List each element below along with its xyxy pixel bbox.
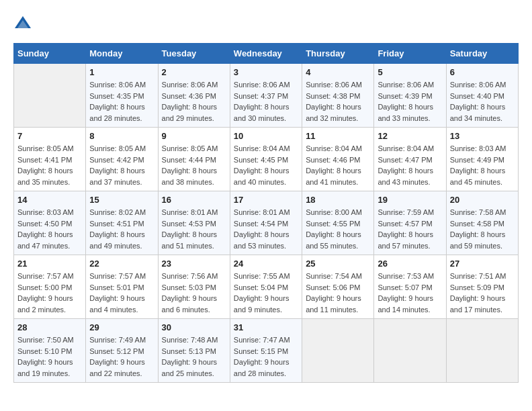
calendar-cell: 17Sunrise: 8:01 AM Sunset: 4:54 PM Dayli… xyxy=(230,191,302,255)
day-number: 29 xyxy=(89,322,154,332)
day-info: Sunrise: 8:06 AM Sunset: 4:39 PM Dayligh… xyxy=(378,79,442,124)
day-number: 30 xyxy=(162,322,226,332)
calendar-cell: 3Sunrise: 8:06 AM Sunset: 4:37 PM Daylig… xyxy=(230,64,302,128)
calendar-table: SundayMondayTuesdayWednesdayThursdayFrid… xyxy=(13,43,519,383)
day-number: 21 xyxy=(17,259,82,269)
calendar-cell: 6Sunrise: 8:06 AM Sunset: 4:40 PM Daylig… xyxy=(446,64,518,128)
day-of-week-header: Monday xyxy=(86,44,158,64)
calendar-cell xyxy=(14,64,86,128)
calendar-cell xyxy=(302,319,374,383)
calendar-cell xyxy=(374,319,446,383)
day-number: 4 xyxy=(306,67,370,77)
calendar-week-row: 21Sunrise: 7:57 AM Sunset: 5:00 PM Dayli… xyxy=(14,255,519,319)
day-number: 7 xyxy=(17,131,82,141)
day-number: 19 xyxy=(378,195,442,205)
day-info: Sunrise: 8:03 AM Sunset: 4:50 PM Dayligh… xyxy=(17,207,82,251)
calendar-cell: 22Sunrise: 7:57 AM Sunset: 5:01 PM Dayli… xyxy=(86,255,158,319)
day-number: 20 xyxy=(450,195,515,205)
day-info: Sunrise: 8:06 AM Sunset: 4:40 PM Dayligh… xyxy=(450,79,515,124)
day-info: Sunrise: 8:06 AM Sunset: 4:36 PM Dayligh… xyxy=(162,79,226,124)
day-info: Sunrise: 8:02 AM Sunset: 4:51 PM Dayligh… xyxy=(89,207,154,251)
day-number: 5 xyxy=(378,67,442,77)
calendar-cell: 7Sunrise: 8:05 AM Sunset: 4:41 PM Daylig… xyxy=(14,128,86,191)
day-info: Sunrise: 8:01 AM Sunset: 4:54 PM Dayligh… xyxy=(234,207,298,251)
day-number: 28 xyxy=(17,322,82,332)
calendar-cell: 31Sunrise: 7:47 AM Sunset: 5:15 PM Dayli… xyxy=(230,319,302,383)
day-of-week-header: Tuesday xyxy=(158,44,230,64)
calendar-cell: 28Sunrise: 7:50 AM Sunset: 5:10 PM Dayli… xyxy=(14,319,86,383)
calendar-cell: 25Sunrise: 7:54 AM Sunset: 5:06 PM Dayli… xyxy=(302,255,374,319)
day-info: Sunrise: 7:48 AM Sunset: 5:13 PM Dayligh… xyxy=(162,334,226,379)
calendar-cell: 19Sunrise: 7:59 AM Sunset: 4:57 PM Dayli… xyxy=(374,191,446,255)
day-info: Sunrise: 7:58 AM Sunset: 4:58 PM Dayligh… xyxy=(450,207,515,251)
calendar-cell: 11Sunrise: 8:04 AM Sunset: 4:46 PM Dayli… xyxy=(302,128,374,191)
day-info: Sunrise: 7:56 AM Sunset: 5:03 PM Dayligh… xyxy=(162,271,226,315)
calendar-cell: 24Sunrise: 7:55 AM Sunset: 5:04 PM Dayli… xyxy=(230,255,302,319)
day-number: 14 xyxy=(17,195,82,205)
logo-icon xyxy=(13,13,32,32)
day-number: 25 xyxy=(306,259,370,269)
calendar-week-row: 1Sunrise: 8:06 AM Sunset: 4:35 PM Daylig… xyxy=(14,64,519,128)
calendar-cell: 29Sunrise: 7:49 AM Sunset: 5:12 PM Dayli… xyxy=(86,319,158,383)
day-info: Sunrise: 7:53 AM Sunset: 5:07 PM Dayligh… xyxy=(378,271,442,315)
day-number: 11 xyxy=(306,131,370,141)
calendar-cell: 9Sunrise: 8:05 AM Sunset: 4:44 PM Daylig… xyxy=(158,128,230,191)
day-of-week-header: Sunday xyxy=(14,44,86,64)
calendar-week-row: 28Sunrise: 7:50 AM Sunset: 5:10 PM Dayli… xyxy=(14,319,519,383)
day-info: Sunrise: 8:05 AM Sunset: 4:41 PM Dayligh… xyxy=(17,143,82,187)
day-of-week-header: Friday xyxy=(374,44,446,64)
day-of-week-header: Saturday xyxy=(446,44,518,64)
calendar-cell: 4Sunrise: 8:06 AM Sunset: 4:38 PM Daylig… xyxy=(302,64,374,128)
day-info: Sunrise: 7:59 AM Sunset: 4:57 PM Dayligh… xyxy=(378,207,442,251)
calendar-cell: 23Sunrise: 7:56 AM Sunset: 5:03 PM Dayli… xyxy=(158,255,230,319)
day-info: Sunrise: 8:03 AM Sunset: 4:49 PM Dayligh… xyxy=(450,143,515,187)
calendar-cell: 13Sunrise: 8:03 AM Sunset: 4:49 PM Dayli… xyxy=(446,128,518,191)
day-number: 18 xyxy=(306,195,370,205)
day-info: Sunrise: 8:04 AM Sunset: 4:45 PM Dayligh… xyxy=(234,143,298,187)
day-info: Sunrise: 8:04 AM Sunset: 4:47 PM Dayligh… xyxy=(378,143,442,187)
day-info: Sunrise: 7:49 AM Sunset: 5:12 PM Dayligh… xyxy=(89,334,154,379)
day-number: 6 xyxy=(450,67,515,77)
page-header xyxy=(13,13,519,32)
day-number: 15 xyxy=(89,195,154,205)
day-info: Sunrise: 8:06 AM Sunset: 4:35 PM Dayligh… xyxy=(89,79,154,124)
day-number: 1 xyxy=(89,67,154,77)
day-info: Sunrise: 7:57 AM Sunset: 5:00 PM Dayligh… xyxy=(17,271,82,315)
calendar-cell: 20Sunrise: 7:58 AM Sunset: 4:58 PM Dayli… xyxy=(446,191,518,255)
calendar-cell: 27Sunrise: 7:51 AM Sunset: 5:09 PM Dayli… xyxy=(446,255,518,319)
day-info: Sunrise: 8:00 AM Sunset: 4:55 PM Dayligh… xyxy=(306,207,370,251)
calendar-week-row: 7Sunrise: 8:05 AM Sunset: 4:41 PM Daylig… xyxy=(14,128,519,191)
day-number: 17 xyxy=(234,195,298,205)
day-number: 8 xyxy=(89,131,154,141)
day-of-week-header: Thursday xyxy=(302,44,374,64)
day-info: Sunrise: 7:57 AM Sunset: 5:01 PM Dayligh… xyxy=(89,271,154,315)
day-number: 10 xyxy=(234,131,298,141)
calendar-cell: 26Sunrise: 7:53 AM Sunset: 5:07 PM Dayli… xyxy=(374,255,446,319)
day-info: Sunrise: 8:01 AM Sunset: 4:53 PM Dayligh… xyxy=(162,207,226,251)
calendar-cell: 16Sunrise: 8:01 AM Sunset: 4:53 PM Dayli… xyxy=(158,191,230,255)
day-number: 13 xyxy=(450,131,515,141)
day-of-week-header: Wednesday xyxy=(230,44,302,64)
calendar-cell: 1Sunrise: 8:06 AM Sunset: 4:35 PM Daylig… xyxy=(86,64,158,128)
day-info: Sunrise: 8:06 AM Sunset: 4:37 PM Dayligh… xyxy=(234,79,298,124)
logo xyxy=(13,13,35,32)
day-info: Sunrise: 8:06 AM Sunset: 4:38 PM Dayligh… xyxy=(306,79,370,124)
day-info: Sunrise: 7:51 AM Sunset: 5:09 PM Dayligh… xyxy=(450,271,515,315)
day-info: Sunrise: 7:50 AM Sunset: 5:10 PM Dayligh… xyxy=(17,334,82,379)
calendar-cell xyxy=(446,319,518,383)
day-number: 3 xyxy=(234,67,298,77)
day-info: Sunrise: 7:47 AM Sunset: 5:15 PM Dayligh… xyxy=(234,334,298,379)
calendar-cell: 15Sunrise: 8:02 AM Sunset: 4:51 PM Dayli… xyxy=(86,191,158,255)
day-number: 23 xyxy=(162,259,226,269)
day-number: 27 xyxy=(450,259,515,269)
calendar-cell: 12Sunrise: 8:04 AM Sunset: 4:47 PM Dayli… xyxy=(374,128,446,191)
day-info: Sunrise: 7:54 AM Sunset: 5:06 PM Dayligh… xyxy=(306,271,370,315)
calendar-week-row: 14Sunrise: 8:03 AM Sunset: 4:50 PM Dayli… xyxy=(14,191,519,255)
day-info: Sunrise: 8:04 AM Sunset: 4:46 PM Dayligh… xyxy=(306,143,370,187)
calendar-cell: 21Sunrise: 7:57 AM Sunset: 5:00 PM Dayli… xyxy=(14,255,86,319)
day-number: 24 xyxy=(234,259,298,269)
day-number: 16 xyxy=(162,195,226,205)
day-number: 12 xyxy=(378,131,442,141)
calendar-cell: 2Sunrise: 8:06 AM Sunset: 4:36 PM Daylig… xyxy=(158,64,230,128)
day-number: 9 xyxy=(162,131,226,141)
